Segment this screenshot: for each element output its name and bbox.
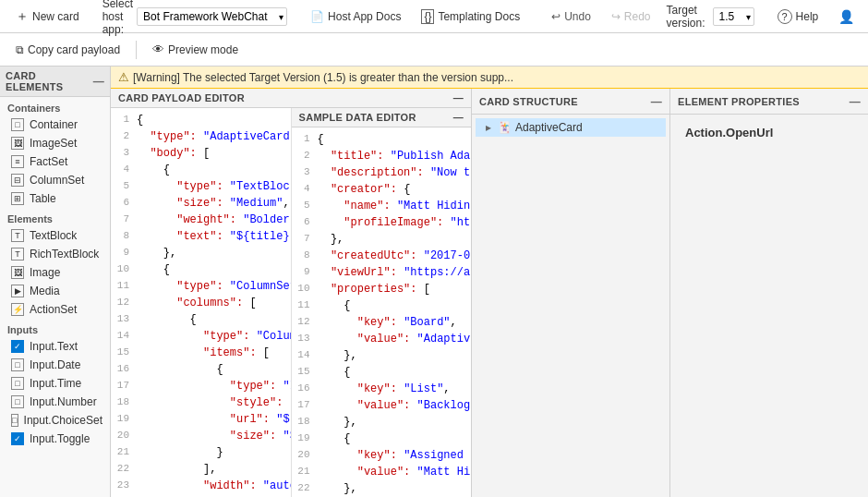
version-select[interactable]: 1.5 <box>713 7 754 26</box>
code-token: "type": <box>137 130 203 143</box>
sidebar-item-media[interactable]: ▶ Media <box>0 282 110 300</box>
sidebar-item-input-choiceset[interactable]: □ Input.ChoiceSet <box>0 411 110 430</box>
undo-icon: ↩ <box>551 10 561 23</box>
version-select-wrapper[interactable]: 1.5 <box>713 7 754 26</box>
code-line: 6 "size": "Medium", <box>111 195 291 212</box>
factset-label: FactSet <box>30 155 67 168</box>
element-properties-collapse-icon[interactable]: — <box>850 95 861 108</box>
code-line: 11 "type": "ColumnSet", <box>111 278 291 295</box>
line-number: 9 <box>111 245 137 261</box>
line-number: 4 <box>111 162 137 178</box>
sidebar-item-input-number[interactable]: □ Input.Number <box>0 393 110 411</box>
preview-mode-button[interactable]: 👁 Preview mode <box>144 38 247 61</box>
help-button[interactable]: ? Help <box>769 5 827 29</box>
sidebar-item-textblock[interactable]: T TextBlock <box>0 226 110 245</box>
sidebar-item-imageset[interactable]: 🖼 ImageSet <box>0 134 110 152</box>
code-token: "type": <box>137 380 283 393</box>
card-payload-code-editor[interactable]: 1{2 "type": "AdaptiveCard",3 "body": [4 … <box>111 108 292 497</box>
code-token: } <box>137 446 223 459</box>
line-content: "type": "TextBlock", <box>137 178 292 195</box>
sidebar-item-input-time[interactable]: □ Input.Time <box>0 374 110 393</box>
code-line: 14 "type": "Column", <box>111 328 291 345</box>
sample-data-editor-label: SAMPLE DATA EDITOR <box>299 112 416 123</box>
line-number: 3 <box>292 164 318 181</box>
code-token: "Adaptive Cards" <box>417 333 471 345</box>
line-content: "columns": [ <box>137 295 291 311</box>
line-content: }, <box>318 347 472 364</box>
elements-section-label: Elements <box>0 208 110 226</box>
host-app-select-wrapper[interactable]: Bot Framework WebChat <box>137 7 287 26</box>
sidebar-item-table[interactable]: ⊞ Table <box>0 189 110 208</box>
sidebar-item-factset[interactable]: ≡ FactSet <box>0 152 110 171</box>
code-token: , <box>283 197 289 210</box>
line-content: "type": "AdaptiveCard", <box>137 128 292 145</box>
line-number: 13 <box>292 331 318 347</box>
undo-button[interactable]: ↩ Undo <box>543 6 599 28</box>
templating-docs-button[interactable]: {} Templating Docs <box>413 5 528 29</box>
redo-label: Redo <box>624 10 651 23</box>
card-payload-collapse-icon[interactable]: — <box>453 92 464 103</box>
sidebar-item-richtextblock[interactable]: T RichTextBlock <box>0 245 110 263</box>
tree-item-adaptivecard[interactable]: ▸ 🃏 AdaptiveCard <box>476 118 666 137</box>
host-app-docs-button[interactable]: 📄 Host App Docs <box>302 6 409 28</box>
code-line: 4 { <box>111 162 291 178</box>
input-date-label: Input.Date <box>30 358 80 371</box>
input-toggle-check-icon: ✓ <box>11 432 24 445</box>
line-number: 17 <box>111 378 137 394</box>
code-token: "title": <box>318 150 391 163</box>
line-number: 7 <box>111 212 137 228</box>
profile-button[interactable]: 👤 <box>830 5 862 29</box>
code-token: "${title}" <box>230 230 292 243</box>
help-icon: ? <box>778 9 792 24</box>
copy-card-payload-button[interactable]: ⧉ Copy card payload <box>7 39 128 61</box>
line-number: 22 <box>292 480 318 497</box>
sidebar-item-input-text[interactable]: ✓ Input.Text <box>0 337 110 356</box>
card-elements-label: CARD ELEMENTS <box>6 70 93 92</box>
line-number: 6 <box>111 195 137 212</box>
line-number: 6 <box>292 214 318 231</box>
new-card-button[interactable]: ＋ New card <box>7 4 88 30</box>
code-token: "TextBlock" <box>230 180 292 193</box>
code-line: 3 "description": "Now that we have defin… <box>292 164 472 181</box>
line-content: "value": "Backlog" <box>318 397 472 414</box>
line-content: "properties": [ <box>318 281 472 297</box>
code-line: 19 { <box>292 430 472 447</box>
card-icon: 🃏 <box>498 121 512 134</box>
collapse-icon[interactable]: — <box>93 75 104 88</box>
sidebar-item-container[interactable]: □ Container <box>0 115 110 134</box>
code-line: 15 { <box>292 364 472 381</box>
code-line: 21 } <box>111 444 291 461</box>
code-line: 1{ <box>111 112 291 128</box>
code-token: { <box>137 164 170 176</box>
input-choiceset-icon: □ <box>11 414 18 427</box>
code-line: 7 }, <box>292 231 472 248</box>
warning-bar: ⚠ [Warning] The selected Target Version … <box>111 67 868 89</box>
code-token: [ <box>424 283 430 296</box>
sidebar-item-image[interactable]: 🖼 Image <box>0 263 110 282</box>
sidebar-item-input-toggle[interactable]: ✓ Input.Toggle <box>0 430 110 448</box>
actionset-label: ActionSet <box>30 303 77 316</box>
code-token: { <box>318 133 324 146</box>
code-token: "type": <box>137 280 230 293</box>
code-token: "Column" <box>257 330 292 343</box>
new-card-label: New card <box>32 10 79 23</box>
code-line: 2 "type": "AdaptiveCard", <box>111 128 291 145</box>
line-number: 22 <box>111 461 137 478</box>
sample-data-code-editor[interactable]: 1{2 "title": "Publish Adaptive Card Sche… <box>292 127 472 497</box>
code-token: "name": <box>318 200 397 212</box>
sidebar-item-actionset[interactable]: ⚡ ActionSet <box>0 300 110 319</box>
select-host-label: Select host app: <box>102 0 133 36</box>
sidebar-item-columnset[interactable]: ⊟ ColumnSet <box>0 171 110 189</box>
code-token: }, <box>318 482 357 495</box>
containers-section-label: Containers <box>0 97 110 115</box>
line-content: { <box>137 162 291 178</box>
line-number: 12 <box>111 295 137 311</box>
redo-button[interactable]: ↪ Redo <box>603 6 659 28</box>
code-line: 10 { <box>111 261 291 278</box>
host-app-select[interactable]: Bot Framework WebChat <box>137 7 287 26</box>
sample-data-collapse-icon[interactable]: — <box>453 112 464 123</box>
line-content: "body": [ <box>137 145 291 162</box>
line-content: "weight": "Bolder", <box>137 212 292 228</box>
card-structure-collapse-icon[interactable]: — <box>651 95 662 108</box>
sidebar-item-input-date[interactable]: □ Input.Date <box>0 356 110 374</box>
